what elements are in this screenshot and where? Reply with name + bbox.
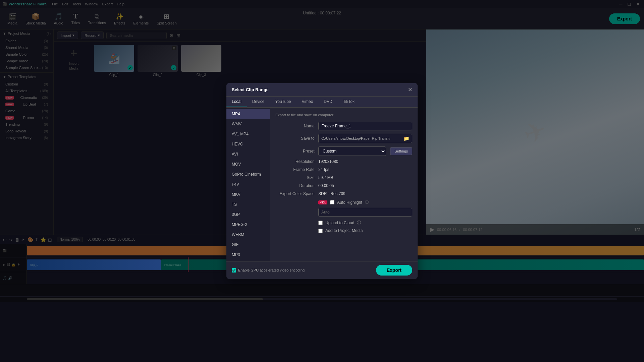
format-wmv[interactable]: WMV xyxy=(226,119,270,129)
browse-button[interactable]: 📁 xyxy=(404,136,409,141)
dialog-title: Select Clip Range xyxy=(232,87,269,92)
color-space-label: Export Color Space: xyxy=(275,191,316,196)
export-dialog: Select Clip Range ✕ Local Device YouTube… xyxy=(226,83,418,279)
format-mp4[interactable]: MP4 xyxy=(226,109,270,119)
color-space-value: SDR - Rec.709 xyxy=(318,191,345,196)
tab-local[interactable]: Local xyxy=(226,97,247,107)
add-project-label: Add to Project Media xyxy=(325,228,363,233)
upload-cloud-checkbox[interactable] xyxy=(318,221,323,225)
format-mpeg2[interactable]: MPEG-2 xyxy=(226,220,270,230)
form-row-color-space: Export Color Space: SDR - Rec.709 xyxy=(275,191,412,196)
format-av1mp4[interactable]: AV1 MP4 xyxy=(226,129,270,139)
format-webm[interactable]: WEBM xyxy=(226,230,270,240)
dialog-tabs: Local Device YouTube Vimeo DVD TikTok xyxy=(226,97,418,108)
auto-highlight-checkbox[interactable] xyxy=(330,200,334,204)
duration-label: Duration: xyxy=(275,183,316,188)
settings-button[interactable]: Settings xyxy=(390,147,412,155)
save-path-display: C:/Users/snow/Desktop/Paper Rip Transiti… xyxy=(318,134,412,143)
format-ts[interactable]: TS xyxy=(226,199,270,209)
dialog-footer: Enable GPU accelerated video encoding Ex… xyxy=(226,261,418,279)
size-value: 59.7 MB xyxy=(318,175,333,180)
auto-highlight-row: MDL Auto Highlight ⓘ xyxy=(318,199,412,205)
frame-rate-label: Frame Rate: xyxy=(275,167,316,172)
form-row-duration: Duration: 00:00:05 xyxy=(275,183,412,188)
format-f4v[interactable]: F4V xyxy=(226,179,270,189)
name-input[interactable] xyxy=(318,122,412,130)
auto-highlight-label: Auto Highlight xyxy=(337,200,362,205)
format-3gp[interactable]: 3GP xyxy=(226,209,270,220)
format-list: MP4 WMV AV1 MP4 HEVC AVI MOV GoPro Cinef… xyxy=(226,108,270,261)
tab-youtube[interactable]: YouTube xyxy=(270,97,296,107)
tab-device[interactable]: Device xyxy=(247,97,270,107)
format-avi[interactable]: AVI xyxy=(226,149,270,159)
add-row: Add to Project Media xyxy=(318,228,412,233)
name-label: Name: xyxy=(275,124,316,128)
preset-label: Preset: xyxy=(275,149,316,154)
export-note: Export to file and save on computer xyxy=(275,113,412,117)
format-hevc[interactable]: HEVC xyxy=(226,139,270,149)
gpu-checkbox-row: Enable GPU accelerated video encoding xyxy=(232,268,305,273)
save-to-label: Save to: xyxy=(275,136,316,141)
form-row-size: Size: 59.7 MB xyxy=(275,175,412,180)
format-gif[interactable]: GIF xyxy=(226,240,270,250)
mdl-badge: MDL xyxy=(318,200,327,204)
frame-rate-value: 24 fps xyxy=(318,167,329,172)
dialog-settings: Export to file and save on computer Name… xyxy=(270,108,418,261)
dialog-close-button[interactable]: ✕ xyxy=(408,86,412,93)
auto-highlight-info-icon[interactable]: ⓘ xyxy=(365,199,369,205)
form-row-name: Name: xyxy=(275,122,412,130)
size-label: Size: xyxy=(275,175,316,180)
save-path-value: C:/Users/snow/Desktop/Paper Rip Transiti xyxy=(321,136,390,140)
form-row-save-to: Save to: C:/Users/snow/Desktop/Paper Rip… xyxy=(275,134,412,143)
upload-cloud-label: Upload to Cloud xyxy=(325,221,354,225)
gpu-checkbox[interactable] xyxy=(232,268,236,273)
format-mp3[interactable]: MP3 xyxy=(226,250,270,260)
tab-vimeo[interactable]: Vimeo xyxy=(297,97,319,107)
duration-value: 00:00:05 xyxy=(318,183,334,188)
modal-overlay: Select Clip Range ✕ Local Device YouTube… xyxy=(0,0,644,362)
preset-select[interactable]: Custom xyxy=(318,146,386,156)
format-mkv[interactable]: MKV xyxy=(226,189,270,199)
tab-tiktok[interactable]: TikTok xyxy=(338,97,360,107)
upload-row: Upload to Cloud ⓘ xyxy=(318,220,412,226)
format-mov[interactable]: MOV xyxy=(226,159,270,169)
export-main-button[interactable]: Export xyxy=(376,265,412,276)
form-row-preset: Preset: Custom Settings xyxy=(275,146,412,156)
dialog-header: Select Clip Range ✕ xyxy=(226,83,418,97)
upload-info-icon[interactable]: ⓘ xyxy=(357,220,361,226)
dialog-body: MP4 WMV AV1 MP4 HEVC AVI MOV GoPro Cinef… xyxy=(226,108,418,261)
gpu-label: Enable GPU accelerated video encoding xyxy=(238,268,305,272)
form-row-resolution: Resolution: 644x362 xyxy=(275,159,412,164)
resolution-label: Resolution: xyxy=(275,159,316,164)
add-project-checkbox[interactable] xyxy=(318,229,323,233)
tab-dvd[interactable]: DVD xyxy=(318,97,337,107)
format-gopro[interactable]: GoPro Cineform xyxy=(226,169,270,179)
resolution-value: 644x362 xyxy=(318,159,338,164)
form-row-frame-rate: Frame Rate: 24 fps xyxy=(275,167,412,172)
auto-input[interactable] xyxy=(318,208,412,217)
form-row-auto xyxy=(318,208,412,217)
